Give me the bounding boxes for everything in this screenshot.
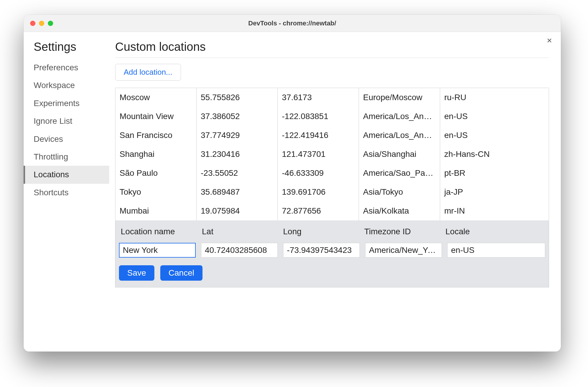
cell-tz: America/Los_An… [359,126,440,145]
cell-tz: Asia/Kolkata [359,201,440,220]
cell-name: São Paulo [115,164,197,183]
table-row[interactable]: Mountain View 37.386052 -122.083851 Amer… [115,107,549,126]
timezone-input[interactable] [365,243,442,258]
table-row[interactable]: São Paulo -23.55052 -46.633309 America/S… [115,164,549,183]
sidebar-item-devices[interactable]: Devices [24,130,109,148]
cell-locale: ru-RU [440,88,549,107]
cell-locale: zh-Hans-CN [440,145,549,164]
cell-lat: 31.230416 [197,145,278,164]
sidebar-item-label: Locations [34,170,69,179]
cell-lat: 19.075984 [197,201,278,220]
add-location-button[interactable]: Add location... [115,64,181,81]
cell-long: -46.633309 [278,164,359,183]
zoom-window-button[interactable] [48,21,53,26]
header-tz: Timezone ID [362,226,444,238]
cell-name: Tokyo [115,183,197,201]
sidebar-item-ignore-list[interactable]: Ignore List [24,112,109,130]
table-row[interactable]: Tokyo 35.689487 139.691706 Asia/Tokyo ja… [115,183,549,201]
table-row[interactable]: Shanghai 31.230416 121.473701 Asia/Shang… [115,145,549,164]
table-row[interactable]: Mumbai 19.075984 72.877656 Asia/Kolkata … [115,201,549,220]
location-name-input[interactable] [119,243,196,258]
cell-long: 139.691706 [278,183,359,201]
lat-input[interactable] [201,243,278,258]
cell-locale: en-US [440,126,549,145]
close-settings-button[interactable]: × [547,36,552,45]
table-row[interactable]: Moscow 55.755826 37.6173 Europe/Moscow r… [115,88,549,107]
sidebar-item-locations[interactable]: Locations [24,166,109,183]
cell-long: -122.083851 [278,107,359,126]
titlebar: DevTools - chrome://newtab/ [24,15,561,32]
locale-input[interactable] [447,243,545,258]
cell-lat: 35.689487 [197,183,278,201]
page-title: Custom locations [115,40,549,53]
cell-locale: ja-JP [440,183,549,201]
sidebar-item-experiments[interactable]: Experiments [24,95,109,112]
table-row[interactable]: San Francisco 37.774929 -122.419416 Amer… [115,126,549,145]
sidebar-item-workspace[interactable]: Workspace [24,77,109,94]
header-long: Long [281,226,362,238]
cell-name: Shanghai [115,145,197,164]
sidebar-item-throttling[interactable]: Throttling [24,148,109,166]
cell-lat: 37.774929 [197,126,278,145]
cell-name: Mumbai [115,201,197,220]
location-editor: Location name Lat Long Timezone ID Local… [115,220,549,287]
cell-tz: America/Sao_Pa… [359,164,440,183]
sidebar-item-shortcuts[interactable]: Shortcuts [24,184,109,201]
long-input[interactable] [283,243,360,258]
cancel-button[interactable]: Cancel [160,265,202,281]
close-window-button[interactable] [30,21,35,26]
cell-lat: 37.386052 [197,107,278,126]
sidebar-item-label: Throttling [34,152,68,161]
sidebar-item-label: Preferences [34,63,78,72]
settings-heading: Settings [24,40,109,59]
cell-locale: pt-BR [440,164,549,183]
sidebar-item-label: Experiments [34,99,80,108]
cell-tz: America/Los_An… [359,107,440,126]
cell-lat: 55.755826 [197,88,278,107]
cell-tz: Asia/Shanghai [359,145,440,164]
devtools-window: DevTools - chrome://newtab/ × Settings P… [24,15,561,352]
minimize-window-button[interactable] [39,21,44,26]
sidebar-item-label: Devices [34,134,63,144]
cell-locale: mr-IN [440,201,549,220]
settings-sidebar: Settings Preferences Workspace Experimen… [24,32,109,352]
cell-long: 72.877656 [278,201,359,220]
cell-locale: en-US [440,107,549,126]
sidebar-item-preferences[interactable]: Preferences [24,59,109,77]
sidebar-item-label: Ignore List [34,116,72,126]
header-name: Location name [119,226,200,238]
sidebar-item-label: Shortcuts [34,188,68,197]
cell-name: San Francisco [115,126,197,145]
cell-lat: -23.55052 [197,164,278,183]
save-button[interactable]: Save [119,265,154,281]
cell-long: -122.419416 [278,126,359,145]
cell-tz: Europe/Moscow [359,88,440,107]
locations-table: Moscow 55.755826 37.6173 Europe/Moscow r… [115,88,549,287]
cell-name: Moscow [115,88,197,107]
header-lat: Lat [200,226,281,238]
sidebar-item-label: Workspace [34,81,75,90]
window-title: DevTools - chrome://newtab/ [24,19,561,27]
cell-long: 37.6173 [278,88,359,107]
traffic-lights [30,21,53,26]
header-locale: Locale [444,226,545,238]
cell-tz: Asia/Tokyo [359,183,440,201]
cell-long: 121.473701 [278,145,359,164]
main-panel: Custom locations Add location... Moscow … [109,32,561,352]
divider [115,58,549,58]
cell-name: Mountain View [115,107,197,126]
